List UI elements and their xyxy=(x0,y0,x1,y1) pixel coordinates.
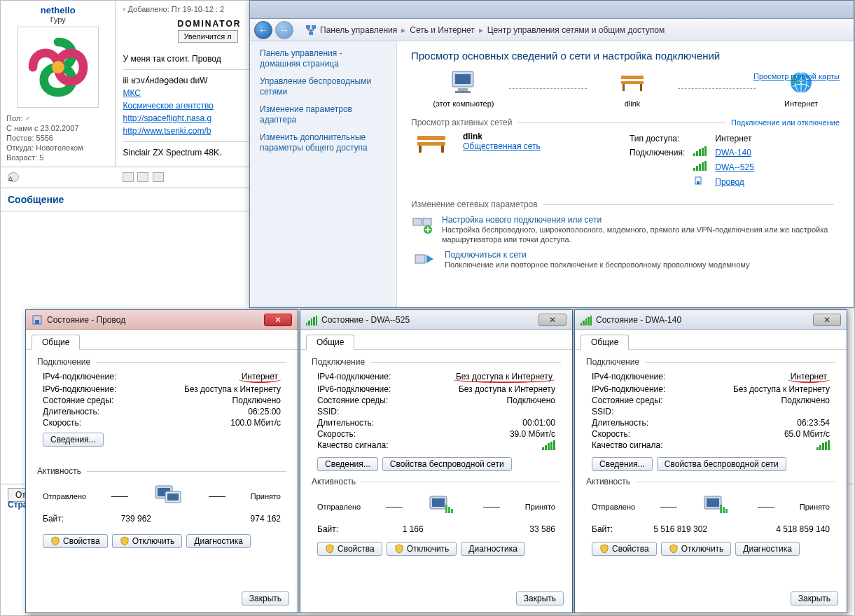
dialog-titlebar[interactable]: Состояние - DWA-140 ✕ xyxy=(575,310,847,330)
wireless-props-button[interactable]: Свойства беспроводной сети xyxy=(657,457,786,471)
bytes-sent: 5 516 819 302 xyxy=(613,524,748,534)
disconnect-button[interactable]: Отключить xyxy=(661,542,732,556)
details-button[interactable]: Сведения... xyxy=(43,433,104,447)
connection-link[interactable]: Провод xyxy=(715,177,744,187)
bench-icon xyxy=(415,132,448,155)
map-dlink-label: dlink xyxy=(594,99,671,108)
nav-fwd-button[interactable]: → xyxy=(275,21,293,39)
crumb[interactable]: Сеть и Интернет xyxy=(410,25,474,35)
sidebar-home[interactable]: Панель управления -домашняя страница xyxy=(260,48,387,69)
pm-icon[interactable] xyxy=(137,172,148,182)
disconnect-button[interactable]: Отключить xyxy=(387,542,457,556)
svg-rect-19 xyxy=(697,181,700,184)
posts: Постов: 5556 xyxy=(6,133,110,143)
sig-link[interactable]: http://spaceflight.nasa.g xyxy=(123,113,212,123)
network-type-link[interactable]: Общественная сеть xyxy=(463,141,541,151)
close-dialog-button[interactable]: Закрыть xyxy=(791,592,838,606)
properties-button[interactable]: Свойства xyxy=(592,542,657,556)
network-connect-icon xyxy=(412,251,435,270)
up-icon[interactable]: ▵ xyxy=(8,172,19,182)
connections-label: Подключения: xyxy=(630,146,692,159)
status-dialog-dwa140: Состояние - DWA-140 ✕ Общие Подключение … xyxy=(574,309,847,613)
chevron-right-icon: ▸ xyxy=(478,25,485,35)
svg-rect-10 xyxy=(623,84,625,91)
svg-rect-29 xyxy=(167,493,179,500)
nav-back-button[interactable]: ← xyxy=(254,21,272,39)
explorer-titlebar[interactable] xyxy=(250,1,854,19)
tab-general[interactable]: Общие xyxy=(32,335,80,350)
crumb[interactable]: Панель управления xyxy=(320,25,397,35)
signal-icon xyxy=(581,314,592,326)
forum-avatar xyxy=(18,27,99,108)
svg-rect-6 xyxy=(458,88,468,91)
diagnose-button[interactable]: Диагностика xyxy=(735,542,800,556)
close-button[interactable]: ✕ xyxy=(264,314,292,326)
close-button[interactable]: ✕ xyxy=(538,314,566,326)
age: Возраст: 5 xyxy=(6,153,110,162)
network-name: dlink xyxy=(463,132,617,141)
signal-icon xyxy=(693,146,707,156)
disconnect-button[interactable]: Отключить xyxy=(112,534,183,548)
dialog-title: Состояние - DWA--525 xyxy=(321,315,410,325)
dialog-titlebar[interactable]: Состояние - DWA--525 ✕ xyxy=(300,310,572,330)
sig-link[interactable]: МКС xyxy=(123,88,141,98)
dash-icon: —— xyxy=(111,491,128,501)
dash-icon: —— xyxy=(660,502,677,512)
connect-disconnect-link[interactable]: Подключение или отключение xyxy=(731,118,840,127)
profile-icon[interactable] xyxy=(123,172,134,182)
param-item-connect[interactable]: Подключиться к сетиПолключение или повто… xyxy=(411,250,840,271)
status-dialog-dwa525: Состояние - DWA--525 ✕ Общие Подключение… xyxy=(300,309,573,613)
svg-rect-21 xyxy=(423,218,431,225)
sig-link[interactable]: Космическое агентство xyxy=(123,101,214,111)
svg-rect-39 xyxy=(725,509,728,513)
connection-link[interactable]: DWA-140 xyxy=(715,148,751,158)
sidebar-adapter[interactable]: Изменение параметров адаптера xyxy=(260,104,387,125)
properties-button[interactable]: Свойства xyxy=(317,542,382,556)
explorer-navbar: ← → Панель управления ▸ Сеть и Интернет … xyxy=(250,19,854,41)
details-button[interactable]: Сведения... xyxy=(317,457,378,471)
properties-button[interactable]: Свойства xyxy=(43,534,108,548)
sidebar-wlan[interactable]: Управление беспроводными сетями xyxy=(260,76,387,97)
email-icon[interactable] xyxy=(153,172,164,182)
bytes-sent: 1 166 xyxy=(338,524,487,534)
svg-rect-34 xyxy=(451,509,453,513)
view-full-map-link[interactable]: Просмотр полной карты xyxy=(753,72,840,80)
wireless-props-button[interactable]: Свойства беспроводной сети xyxy=(382,457,512,471)
svg-rect-36 xyxy=(707,498,719,507)
svg-rect-25 xyxy=(35,320,39,324)
bench-icon xyxy=(617,69,648,97)
dialog-titlebar[interactable]: Состояние - Провод ✕ xyxy=(26,310,298,330)
signal-icon xyxy=(693,161,707,171)
svg-rect-8 xyxy=(621,76,644,79)
diagnose-button[interactable]: Диагностика xyxy=(461,542,525,556)
ethernet-icon xyxy=(693,176,703,186)
gender-label: Пол: xyxy=(6,114,22,122)
svg-rect-9 xyxy=(621,81,644,84)
shield-icon xyxy=(669,544,679,554)
network-center-window: ← → Панель управления ▸ Сеть и Интернет … xyxy=(249,0,854,308)
forum-nick: nethello xyxy=(6,5,110,15)
zoom-button[interactable]: Увеличится л xyxy=(178,30,238,43)
access-value: Интернет xyxy=(715,133,761,144)
access-label: Тип доступа: xyxy=(630,133,692,144)
param-item-new[interactable]: Настройка нового подключения или сетиНас… xyxy=(411,215,840,244)
connection-link[interactable]: DWA--525 xyxy=(715,162,754,172)
close-dialog-button[interactable]: Закрыть xyxy=(242,592,289,606)
sig-link[interactable]: http://www.tsenki.com/b xyxy=(123,126,211,136)
tab-general[interactable]: Общие xyxy=(581,335,629,350)
svg-point-0 xyxy=(52,61,64,74)
svg-rect-5 xyxy=(455,74,471,84)
sidebar-share[interactable]: Изменить дополнительные параметры общего… xyxy=(260,132,387,153)
tab-general[interactable]: Общие xyxy=(306,335,354,350)
signal-icon xyxy=(816,440,830,450)
dash-icon: —— xyxy=(758,502,774,512)
crumb[interactable]: Центр управления сетями и общим доступом xyxy=(487,25,665,35)
shield-icon xyxy=(325,544,335,554)
details-button[interactable]: Сведения... xyxy=(592,457,653,471)
monitors-icon xyxy=(153,483,183,507)
close-button[interactable]: ✕ xyxy=(813,314,841,326)
diagnose-button[interactable]: Диагностика xyxy=(186,534,251,548)
bytes-recv: 974 162 xyxy=(251,514,281,524)
close-dialog-button[interactable]: Закрыть xyxy=(516,592,564,606)
svg-rect-7 xyxy=(455,91,471,93)
